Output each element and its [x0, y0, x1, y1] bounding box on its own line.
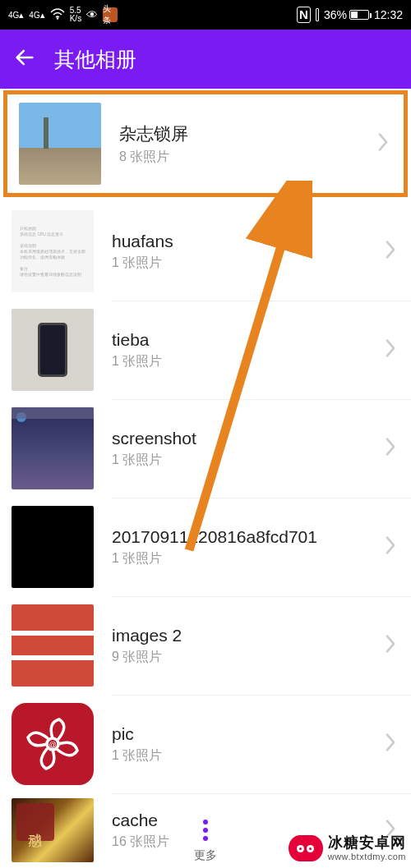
battery: 36%	[324, 8, 369, 21]
album-list: 杂志锁屏 8 张照片 开机画面系统信息 CPU 信息显示系统说明本机采用最新处理…	[0, 90, 411, 867]
highlight-annotation: 杂志锁屏 8 张照片	[3, 90, 408, 197]
album-thumbnail	[12, 604, 94, 687]
net-speed: 5.5K/s	[70, 7, 81, 23]
wifi-icon	[50, 8, 65, 22]
more-label: 更多	[194, 848, 217, 863]
status-left: 4G▴ 4G▴ 5.5K/s 👁 头条	[8, 7, 118, 23]
album-title: pic	[112, 724, 378, 744]
chevron-right-icon	[385, 240, 396, 263]
album-item-screenshot[interactable]: screenshot 1 张照片	[0, 399, 411, 498]
chevron-right-icon	[385, 733, 396, 755]
album-thumbnail	[12, 407, 94, 489]
album-count: 1 张照片	[112, 353, 378, 370]
album-title: cache	[112, 811, 378, 830]
chevron-right-icon	[385, 437, 396, 460]
svg-text:@: @	[48, 741, 56, 749]
album-thumbnail: 开机画面系统信息 CPU 信息显示系统说明本机采用最新处理器技术，支持全新功能优…	[12, 210, 94, 292]
album-item-hash[interactable]: 20170911220816a8fcd701 1 张照片	[0, 498, 411, 596]
more-dots-icon	[198, 815, 213, 846]
album-thumbnail	[12, 309, 94, 391]
signal-2: 4G▴	[29, 11, 44, 20]
status-bar: 4G▴ 4G▴ 5.5K/s 👁 头条 N 36% 12:32	[0, 0, 411, 30]
page-title: 其他相册	[54, 46, 136, 73]
chevron-right-icon	[385, 535, 396, 558]
album-title: tieba	[112, 330, 378, 350]
album-thumbnail	[12, 506, 94, 588]
album-count: 8 张照片	[119, 149, 371, 166]
eye-comfort-icon: 👁	[86, 8, 98, 21]
album-title: 20170911220816a8fcd701	[112, 527, 378, 547]
chevron-right-icon	[385, 634, 396, 657]
nfc-icon: N	[297, 7, 311, 23]
vibrate-icon	[316, 8, 319, 21]
album-item-images2[interactable]: images 2 9 张照片	[0, 596, 411, 695]
watermark-logo	[289, 835, 323, 861]
album-title: huafans	[112, 232, 378, 251]
signal-1: 4G▴	[8, 11, 24, 20]
album-count: 1 张照片	[112, 255, 378, 272]
album-item-tieba[interactable]: tieba 1 张照片	[0, 301, 411, 399]
album-item-magazine-lock[interactable]: 杂志锁屏 8 张照片	[7, 94, 404, 193]
album-item-pic[interactable]: @ pic 1 张照片	[0, 695, 411, 793]
toutiao-icon: 头条	[103, 7, 118, 22]
more-button[interactable]: 更多	[194, 815, 217, 863]
watermark-cn: 冰糖安卓网	[328, 835, 406, 852]
album-title: 杂志锁屏	[119, 122, 371, 145]
album-title: images 2	[112, 626, 378, 645]
album-thumbnail: 感动	[12, 798, 94, 862]
album-count: 1 张照片	[112, 550, 378, 567]
watermark: 冰糖安卓网 www.btxtdmy.com	[289, 835, 406, 861]
chevron-right-icon	[385, 338, 396, 361]
album-thumbnail	[19, 103, 101, 185]
album-item-huafans[interactable]: 开机画面系统信息 CPU 信息显示系统说明本机采用最新处理器技术，支持全新功能优…	[0, 202, 411, 301]
status-right: N 36% 12:32	[297, 7, 403, 23]
battery-pct: 36%	[324, 8, 347, 21]
album-title: screenshot	[112, 429, 378, 448]
chevron-right-icon	[377, 132, 389, 155]
back-button[interactable]	[13, 46, 36, 72]
album-thumbnail: @	[12, 703, 94, 785]
watermark-url: www.btxtdmy.com	[328, 852, 406, 861]
album-count: 9 张照片	[112, 649, 378, 666]
app-header: 其他相册	[0, 30, 411, 89]
svg-point-0	[56, 17, 58, 19]
album-count: 1 张照片	[112, 747, 378, 765]
battery-icon	[349, 10, 369, 20]
clock: 12:32	[374, 8, 403, 21]
album-count: 1 张照片	[112, 452, 378, 469]
